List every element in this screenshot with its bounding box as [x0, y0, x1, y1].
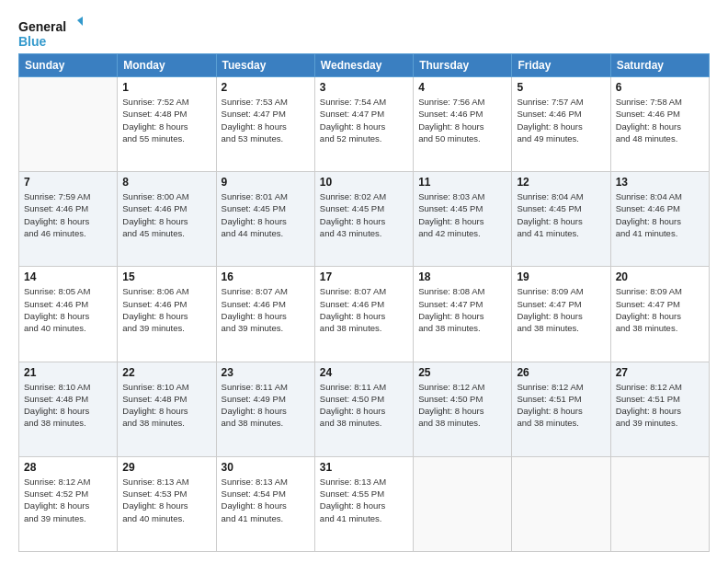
day-info: Sunrise: 7:52 AMSunset: 4:48 PMDaylight:…	[122, 96, 210, 144]
calendar-cell: 26Sunrise: 8:12 AMSunset: 4:51 PMDayligh…	[512, 362, 610, 456]
day-number: 10	[320, 176, 408, 189]
calendar-week-row: 7Sunrise: 7:59 AMSunset: 4:46 PMDaylight…	[19, 172, 710, 267]
day-number: 26	[517, 366, 605, 379]
calendar-cell: 1Sunrise: 7:52 AMSunset: 4:48 PMDaylight…	[118, 77, 216, 172]
calendar-cell: 4Sunrise: 7:56 AMSunset: 4:46 PMDaylight…	[414, 77, 512, 172]
day-number: 13	[616, 176, 704, 189]
day-number: 9	[222, 176, 310, 189]
day-number: 2	[222, 81, 310, 94]
day-number: 5	[517, 81, 605, 94]
day-info: Sunrise: 8:03 AMSunset: 4:45 PMDaylight:…	[418, 190, 506, 239]
logo-svg: General Blue	[18, 17, 83, 50]
weekday-header-sunday: Sunday	[19, 54, 118, 77]
day-number: 29	[122, 461, 210, 474]
calendar-cell: 2Sunrise: 7:53 AMSunset: 4:47 PMDaylight…	[216, 77, 314, 172]
day-number: 12	[517, 176, 605, 189]
day-number: 4	[418, 81, 506, 94]
calendar-table: SundayMondayTuesdayWednesdayThursdayFrid…	[18, 53, 710, 552]
day-info: Sunrise: 8:13 AMSunset: 4:54 PMDaylight:…	[222, 476, 310, 524]
day-info: Sunrise: 8:11 AMSunset: 4:49 PMDaylight:…	[222, 381, 310, 430]
calendar-week-row: 28Sunrise: 8:12 AMSunset: 4:52 PMDayligh…	[19, 456, 710, 551]
day-info: Sunrise: 7:56 AMSunset: 4:46 PMDaylight:…	[418, 96, 506, 144]
calendar-cell	[414, 456, 512, 551]
calendar-cell: 17Sunrise: 8:07 AMSunset: 4:46 PMDayligh…	[314, 267, 413, 362]
day-info: Sunrise: 8:13 AMSunset: 4:53 PMDaylight:…	[122, 476, 210, 524]
calendar-cell	[610, 456, 709, 551]
calendar-cell: 21Sunrise: 8:10 AMSunset: 4:48 PMDayligh…	[19, 362, 118, 456]
day-info: Sunrise: 8:01 AMSunset: 4:45 PMDaylight:…	[222, 190, 310, 239]
day-number: 1	[122, 81, 210, 94]
day-info: Sunrise: 8:04 AMSunset: 4:46 PMDaylight:…	[616, 190, 704, 239]
weekday-header-monday: Monday	[118, 54, 216, 77]
calendar-cell: 15Sunrise: 8:06 AMSunset: 4:46 PMDayligh…	[118, 267, 216, 362]
svg-text:General: General	[18, 19, 66, 34]
weekday-header-thursday: Thursday	[414, 54, 512, 77]
day-info: Sunrise: 7:57 AMSunset: 4:46 PMDaylight:…	[517, 96, 605, 144]
day-number: 20	[616, 270, 704, 283]
weekday-header-saturday: Saturday	[610, 54, 709, 77]
calendar-cell: 28Sunrise: 8:12 AMSunset: 4:52 PMDayligh…	[19, 456, 118, 551]
weekday-header-friday: Friday	[512, 54, 610, 77]
day-info: Sunrise: 8:09 AMSunset: 4:47 PMDaylight:…	[616, 285, 704, 334]
svg-text:Blue: Blue	[18, 34, 47, 49]
day-number: 17	[320, 270, 408, 283]
day-number: 30	[222, 461, 310, 474]
calendar-cell: 12Sunrise: 8:04 AMSunset: 4:45 PMDayligh…	[512, 172, 610, 267]
calendar-header-row: SundayMondayTuesdayWednesdayThursdayFrid…	[19, 54, 710, 77]
day-info: Sunrise: 8:07 AMSunset: 4:46 PMDaylight:…	[320, 285, 408, 334]
day-info: Sunrise: 7:54 AMSunset: 4:47 PMDaylight:…	[320, 96, 408, 144]
calendar-cell	[19, 77, 118, 172]
weekday-header-tuesday: Tuesday	[216, 54, 314, 77]
calendar-week-row: 14Sunrise: 8:05 AMSunset: 4:46 PMDayligh…	[19, 267, 710, 362]
calendar-cell: 19Sunrise: 8:09 AMSunset: 4:47 PMDayligh…	[512, 267, 610, 362]
calendar-cell: 6Sunrise: 7:58 AMSunset: 4:46 PMDaylight…	[610, 77, 709, 172]
day-info: Sunrise: 8:12 AMSunset: 4:50 PMDaylight:…	[418, 381, 506, 430]
calendar-cell: 29Sunrise: 8:13 AMSunset: 4:53 PMDayligh…	[118, 456, 216, 551]
header: General Blue	[18, 17, 710, 50]
calendar-cell: 14Sunrise: 8:05 AMSunset: 4:46 PMDayligh…	[19, 267, 118, 362]
day-info: Sunrise: 7:59 AMSunset: 4:46 PMDaylight:…	[24, 190, 112, 239]
day-info: Sunrise: 8:12 AMSunset: 4:51 PMDaylight:…	[616, 381, 704, 430]
calendar-cell: 22Sunrise: 8:10 AMSunset: 4:48 PMDayligh…	[118, 362, 216, 456]
day-info: Sunrise: 8:12 AMSunset: 4:51 PMDaylight:…	[517, 381, 605, 430]
day-number: 16	[222, 270, 310, 283]
day-number: 3	[320, 81, 408, 94]
day-info: Sunrise: 8:08 AMSunset: 4:47 PMDaylight:…	[418, 285, 506, 334]
calendar-cell: 9Sunrise: 8:01 AMSunset: 4:45 PMDaylight…	[216, 172, 314, 267]
calendar-cell: 16Sunrise: 8:07 AMSunset: 4:46 PMDayligh…	[216, 267, 314, 362]
page: General Blue SundayMondayTuesdayWednesda…	[0, 0, 728, 563]
day-info: Sunrise: 8:04 AMSunset: 4:45 PMDaylight:…	[517, 190, 605, 239]
day-number: 27	[616, 366, 704, 379]
calendar-cell: 8Sunrise: 8:00 AMSunset: 4:46 PMDaylight…	[118, 172, 216, 267]
day-info: Sunrise: 7:58 AMSunset: 4:46 PMDaylight:…	[616, 96, 704, 144]
day-info: Sunrise: 8:07 AMSunset: 4:46 PMDaylight:…	[222, 285, 310, 334]
day-info: Sunrise: 8:00 AMSunset: 4:46 PMDaylight:…	[122, 190, 210, 239]
calendar-cell: 23Sunrise: 8:11 AMSunset: 4:49 PMDayligh…	[216, 362, 314, 456]
calendar-cell: 13Sunrise: 8:04 AMSunset: 4:46 PMDayligh…	[610, 172, 709, 267]
calendar-cell: 7Sunrise: 7:59 AMSunset: 4:46 PMDaylight…	[19, 172, 118, 267]
logo: General Blue	[18, 17, 83, 50]
day-number: 24	[320, 366, 408, 379]
day-number: 6	[616, 81, 704, 94]
calendar-cell	[512, 456, 610, 551]
day-number: 18	[418, 270, 506, 283]
day-number: 19	[517, 270, 605, 283]
calendar-week-row: 1Sunrise: 7:52 AMSunset: 4:48 PMDaylight…	[19, 77, 710, 172]
day-number: 8	[122, 176, 210, 189]
calendar-cell: 18Sunrise: 8:08 AMSunset: 4:47 PMDayligh…	[414, 267, 512, 362]
calendar-cell: 20Sunrise: 8:09 AMSunset: 4:47 PMDayligh…	[610, 267, 709, 362]
day-info: Sunrise: 8:13 AMSunset: 4:55 PMDaylight:…	[320, 476, 408, 524]
calendar-cell: 27Sunrise: 8:12 AMSunset: 4:51 PMDayligh…	[610, 362, 709, 456]
day-info: Sunrise: 8:05 AMSunset: 4:46 PMDaylight:…	[24, 285, 112, 334]
day-number: 23	[222, 366, 310, 379]
day-number: 21	[24, 366, 112, 379]
svg-marker-2	[77, 17, 83, 26]
day-info: Sunrise: 8:02 AMSunset: 4:45 PMDaylight:…	[320, 190, 408, 239]
calendar-cell: 3Sunrise: 7:54 AMSunset: 4:47 PMDaylight…	[314, 77, 413, 172]
day-info: Sunrise: 8:09 AMSunset: 4:47 PMDaylight:…	[517, 285, 605, 334]
day-info: Sunrise: 8:12 AMSunset: 4:52 PMDaylight:…	[24, 476, 112, 524]
day-number: 22	[122, 366, 210, 379]
day-info: Sunrise: 8:10 AMSunset: 4:48 PMDaylight:…	[122, 381, 210, 430]
day-number: 11	[418, 176, 506, 189]
day-info: Sunrise: 8:10 AMSunset: 4:48 PMDaylight:…	[24, 381, 112, 430]
